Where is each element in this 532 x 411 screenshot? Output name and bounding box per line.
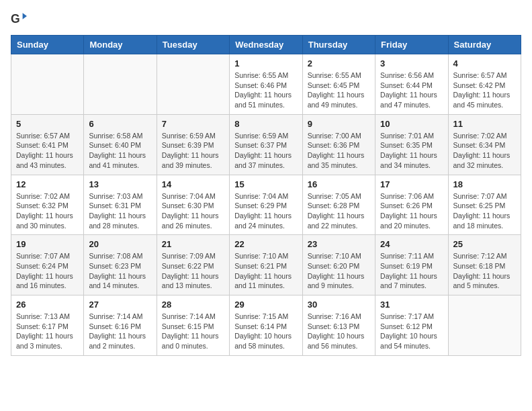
day-cell: 9Sunrise: 7:00 AM Sunset: 6:36 PM Daylig… (302, 114, 375, 175)
day-info: Sunrise: 6:59 AM Sunset: 6:39 PM Dayligh… (162, 131, 224, 171)
day-number: 16 (308, 179, 370, 189)
page-header: G (11, 11, 521, 27)
day-number: 23 (308, 239, 370, 249)
day-cell (84, 54, 157, 115)
day-number: 10 (380, 119, 443, 129)
day-info: Sunrise: 6:56 AM Sunset: 6:44 PM Dayligh… (380, 71, 443, 110)
day-info: Sunrise: 7:08 AM Sunset: 6:23 PM Dayligh… (89, 251, 151, 291)
weekday-header-monday: Monday (84, 36, 157, 54)
day-number: 11 (453, 119, 516, 129)
day-info: Sunrise: 7:07 AM Sunset: 6:25 PM Dayligh… (453, 191, 516, 231)
day-info: Sunrise: 7:03 AM Sunset: 6:31 PM Dayligh… (89, 191, 151, 231)
day-number: 27 (89, 300, 151, 310)
day-number: 18 (453, 179, 516, 189)
day-number: 7 (162, 119, 224, 129)
calendar-table: SundayMondayTuesdayWednesdayThursdayFrid… (11, 35, 521, 356)
day-info: Sunrise: 7:14 AM Sunset: 6:15 PM Dayligh… (162, 312, 224, 351)
day-info: Sunrise: 7:04 AM Sunset: 6:29 PM Dayligh… (234, 191, 297, 231)
day-number: 31 (380, 300, 443, 310)
day-cell: 8Sunrise: 6:59 AM Sunset: 6:37 PM Daylig… (230, 114, 302, 175)
day-info: Sunrise: 7:12 AM Sunset: 6:18 PM Dayligh… (453, 251, 516, 291)
day-number: 21 (162, 239, 224, 249)
day-cell: 27Sunrise: 7:14 AM Sunset: 6:16 PM Dayli… (84, 295, 157, 356)
day-number: 25 (453, 239, 516, 249)
day-info: Sunrise: 7:00 AM Sunset: 6:36 PM Dayligh… (308, 131, 370, 171)
logo: G (11, 11, 30, 27)
day-info: Sunrise: 7:05 AM Sunset: 6:28 PM Dayligh… (308, 191, 370, 231)
svg-marker-1 (23, 13, 27, 19)
day-cell (11, 54, 84, 115)
day-number: 22 (234, 239, 297, 249)
day-number: 3 (380, 58, 443, 68)
day-cell: 20Sunrise: 7:08 AM Sunset: 6:23 PM Dayli… (84, 235, 157, 295)
day-number: 12 (16, 179, 79, 189)
day-cell: 3Sunrise: 6:56 AM Sunset: 6:44 PM Daylig… (375, 54, 448, 115)
day-number: 28 (162, 300, 224, 310)
day-info: Sunrise: 6:55 AM Sunset: 6:45 PM Dayligh… (308, 71, 370, 110)
day-cell: 23Sunrise: 7:10 AM Sunset: 6:20 PM Dayli… (302, 235, 375, 295)
day-cell: 25Sunrise: 7:12 AM Sunset: 6:18 PM Dayli… (448, 235, 521, 295)
week-row-5: 26Sunrise: 7:13 AM Sunset: 6:17 PM Dayli… (11, 295, 521, 356)
week-row-4: 19Sunrise: 7:07 AM Sunset: 6:24 PM Dayli… (11, 235, 521, 295)
day-info: Sunrise: 6:55 AM Sunset: 6:46 PM Dayligh… (234, 71, 297, 110)
day-number: 2 (308, 58, 370, 68)
day-number: 1 (234, 58, 297, 68)
day-cell: 21Sunrise: 7:09 AM Sunset: 6:22 PM Dayli… (157, 235, 229, 295)
weekday-header-row: SundayMondayTuesdayWednesdayThursdayFrid… (11, 36, 521, 54)
day-cell: 2Sunrise: 6:55 AM Sunset: 6:45 PM Daylig… (302, 54, 375, 115)
weekday-header-saturday: Saturday (448, 36, 521, 54)
day-cell: 14Sunrise: 7:04 AM Sunset: 6:30 PM Dayli… (157, 175, 229, 235)
day-number: 6 (89, 119, 151, 129)
day-cell (448, 295, 521, 356)
day-cell: 28Sunrise: 7:14 AM Sunset: 6:15 PM Dayli… (157, 295, 229, 356)
day-info: Sunrise: 7:16 AM Sunset: 6:13 PM Dayligh… (308, 312, 370, 351)
weekday-header-wednesday: Wednesday (230, 36, 302, 54)
day-cell: 26Sunrise: 7:13 AM Sunset: 6:17 PM Dayli… (11, 295, 84, 356)
day-info: Sunrise: 7:15 AM Sunset: 6:14 PM Dayligh… (234, 312, 297, 351)
day-info: Sunrise: 6:58 AM Sunset: 6:40 PM Dayligh… (89, 131, 151, 171)
day-number: 24 (380, 239, 443, 249)
day-number: 17 (380, 179, 443, 189)
day-number: 14 (162, 179, 224, 189)
day-cell: 16Sunrise: 7:05 AM Sunset: 6:28 PM Dayli… (302, 175, 375, 235)
day-cell: 22Sunrise: 7:10 AM Sunset: 6:21 PM Dayli… (230, 235, 302, 295)
day-number: 30 (308, 300, 370, 310)
svg-text:G: G (11, 12, 20, 26)
day-cell: 11Sunrise: 7:02 AM Sunset: 6:34 PM Dayli… (448, 114, 521, 175)
day-cell: 24Sunrise: 7:11 AM Sunset: 6:19 PM Dayli… (375, 235, 448, 295)
day-cell: 6Sunrise: 6:58 AM Sunset: 6:40 PM Daylig… (84, 114, 157, 175)
day-cell (157, 54, 229, 115)
day-info: Sunrise: 7:11 AM Sunset: 6:19 PM Dayligh… (380, 251, 443, 291)
day-info: Sunrise: 7:07 AM Sunset: 6:24 PM Dayligh… (16, 251, 79, 291)
day-info: Sunrise: 7:10 AM Sunset: 6:21 PM Dayligh… (234, 251, 297, 291)
day-cell: 19Sunrise: 7:07 AM Sunset: 6:24 PM Dayli… (11, 235, 84, 295)
day-info: Sunrise: 7:14 AM Sunset: 6:16 PM Dayligh… (89, 312, 151, 351)
day-info: Sunrise: 7:02 AM Sunset: 6:34 PM Dayligh… (453, 131, 516, 171)
day-number: 15 (234, 179, 297, 189)
day-cell: 1Sunrise: 6:55 AM Sunset: 6:46 PM Daylig… (230, 54, 302, 115)
day-number: 26 (16, 300, 79, 310)
day-number: 4 (453, 58, 516, 68)
day-cell: 15Sunrise: 7:04 AM Sunset: 6:29 PM Dayli… (230, 175, 302, 235)
day-info: Sunrise: 7:02 AM Sunset: 6:32 PM Dayligh… (16, 191, 79, 231)
day-cell: 17Sunrise: 7:06 AM Sunset: 6:26 PM Dayli… (375, 175, 448, 235)
week-row-2: 5Sunrise: 6:57 AM Sunset: 6:41 PM Daylig… (11, 114, 521, 175)
day-cell: 10Sunrise: 7:01 AM Sunset: 6:35 PM Dayli… (375, 114, 448, 175)
day-number: 9 (308, 119, 370, 129)
day-number: 13 (89, 179, 151, 189)
weekday-header-tuesday: Tuesday (157, 36, 229, 54)
weekday-header-friday: Friday (375, 36, 448, 54)
logo-icon: G (11, 11, 27, 27)
day-info: Sunrise: 6:59 AM Sunset: 6:37 PM Dayligh… (234, 131, 297, 171)
day-info: Sunrise: 7:06 AM Sunset: 6:26 PM Dayligh… (380, 191, 443, 231)
day-info: Sunrise: 7:01 AM Sunset: 6:35 PM Dayligh… (380, 131, 443, 171)
weekday-header-sunday: Sunday (11, 36, 84, 54)
day-info: Sunrise: 7:09 AM Sunset: 6:22 PM Dayligh… (162, 251, 224, 291)
week-row-3: 12Sunrise: 7:02 AM Sunset: 6:32 PM Dayli… (11, 175, 521, 235)
day-info: Sunrise: 6:57 AM Sunset: 6:42 PM Dayligh… (453, 71, 516, 110)
day-info: Sunrise: 7:04 AM Sunset: 6:30 PM Dayligh… (162, 191, 224, 231)
day-cell: 7Sunrise: 6:59 AM Sunset: 6:39 PM Daylig… (157, 114, 229, 175)
day-cell: 31Sunrise: 7:17 AM Sunset: 6:12 PM Dayli… (375, 295, 448, 356)
day-cell: 5Sunrise: 6:57 AM Sunset: 6:41 PM Daylig… (11, 114, 84, 175)
day-number: 19 (16, 239, 79, 249)
